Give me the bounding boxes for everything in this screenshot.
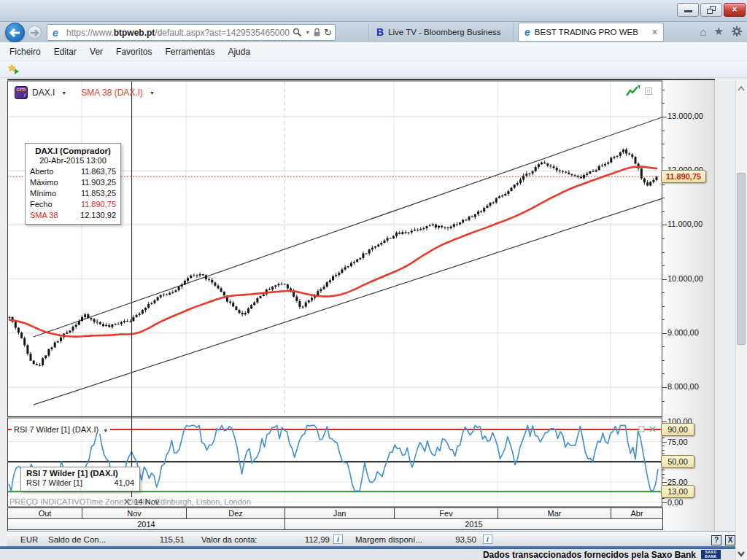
panel-close-button[interactable]: X <box>725 535 735 545</box>
crosshair-x-label: X: 14 Nov <box>124 497 159 506</box>
scroll-down-icon[interactable] <box>737 549 746 558</box>
x-axis-month-cell: Out <box>7 508 82 519</box>
scroll-up-icon[interactable] <box>737 85 746 93</box>
saxo-bank-logo: SAXOBANK <box>701 550 721 559</box>
price-axis-tick <box>662 211 665 212</box>
tab-close-icon[interactable]: × <box>652 27 657 37</box>
price-axis-tick <box>662 252 665 253</box>
tooltip-row: SMA 3812.130,92 <box>30 210 116 221</box>
price-axis-tick <box>662 360 665 361</box>
refresh-icon[interactable]: ↻ <box>324 27 332 38</box>
trend-zigzag-icon[interactable] <box>625 85 640 98</box>
home-icon[interactable]: ⌂ <box>700 26 706 38</box>
rsi-level-badge: 13,00 <box>661 485 694 498</box>
forward-button[interactable] <box>28 26 42 39</box>
rsi-tooltip: RSI 7 Wilder [1] (DAX.I) RSI 7 Wilder [1… <box>20 467 140 491</box>
minimize-icon <box>684 10 692 12</box>
back-arrow-icon <box>6 23 24 42</box>
rsi-caret-icon[interactable]: ▼ <box>103 428 108 433</box>
data-provider-credit: Dados transaccionados fornecidos pela Sa… <box>483 550 696 560</box>
account-value-label: Valor da conta: <box>201 535 258 544</box>
rsi-level-badge: 50,00 <box>661 455 694 468</box>
instrument-selector[interactable]: DAX.I <box>32 88 55 98</box>
back-button[interactable] <box>5 23 25 42</box>
search-icon[interactable] <box>293 28 302 37</box>
restore-icon <box>707 6 716 14</box>
price-chart-canvas[interactable] <box>7 80 662 417</box>
x-axis-year-cell: 2014 <box>7 518 285 530</box>
rsi-axis-tick <box>662 502 667 503</box>
indicator-caret-icon[interactable]: ▼ <box>150 90 155 96</box>
price-axis-tick <box>662 333 667 334</box>
menu-item-favoritos[interactable]: Favoritos <box>116 47 152 57</box>
indicator-label[interactable]: SMA 38 (DAX.I) <box>81 88 143 98</box>
x-axis-month-cell: Jan <box>285 508 395 519</box>
rsi-indicator-selector[interactable]: RSI 7 Wilder [1] (DAX.I) ▼ <box>12 425 110 434</box>
price-axis-tick <box>662 184 665 185</box>
menu-item-ver[interactable]: Ver <box>90 47 103 57</box>
tab-bloomberg[interactable]: B Live TV - Bloomberg Business <box>371 23 514 42</box>
ie-site-icon: e <box>53 27 58 39</box>
x-axis-month-cell: Abr <box>611 508 663 519</box>
window-restore-button[interactable] <box>700 3 722 17</box>
rsi-axis-tick <box>662 442 667 443</box>
rsi-axis-tick <box>662 474 665 475</box>
rsi-axis-label: 75,00 <box>667 438 688 446</box>
lock-icon <box>313 28 321 37</box>
instrument-caret-icon[interactable]: ▼ <box>61 90 66 96</box>
price-tooltip: DAX.I (Comprador) 20-Abr-2015 13:00 Aber… <box>25 143 121 225</box>
price-axis-tick <box>662 401 665 402</box>
help-button[interactable]: ? <box>711 535 721 545</box>
tooltip-row: Fecho11.890,75 <box>30 199 116 210</box>
balance-value: 115,51 <box>117 535 185 544</box>
price-axis-tick <box>662 144 665 144</box>
maximize-panel-icon[interactable] <box>645 88 652 95</box>
close-icon: × <box>732 4 737 15</box>
window-titlebar[interactable]: × <box>0 0 747 22</box>
rsi-axis-tick <box>662 482 667 483</box>
x-axis-month-cell: Mar <box>498 508 611 519</box>
info-icon[interactable]: i <box>333 534 343 544</box>
indicative-price-label: PREÇO INDICATIVO <box>9 497 85 506</box>
tab-best-trading-pro-web[interactable]: e BEST TRADING PRO WEB × <box>518 23 664 42</box>
search-dropdown-caret-icon[interactable]: ▼ <box>305 30 310 35</box>
price-axis-tick <box>662 131 665 131</box>
price-axis-label: 11.000,00 <box>667 219 703 228</box>
info-icon[interactable]: i <box>483 534 492 544</box>
price-axis-label: 8.000,00 <box>667 382 699 391</box>
window-minimize-button[interactable] <box>677 3 699 17</box>
rsi-axis-tick <box>662 421 667 422</box>
price-axis-tick <box>662 225 667 225</box>
price-axis-tick <box>662 319 665 320</box>
tooltip-row: Mínimo11.853,25 <box>30 188 116 199</box>
rsi-axis-label: 0,00 <box>667 498 683 507</box>
tooltip-row: Aberto11.863,75 <box>30 166 116 177</box>
price-axis-tick <box>662 346 665 347</box>
x-axis-month-cell: Nov <box>82 508 187 519</box>
address-bar[interactable]: e https://www.btpweb.pt/default.aspx?ast… <box>47 24 336 41</box>
price-axis-tick <box>662 117 667 117</box>
price-axis-tick <box>662 238 665 239</box>
menu-item-editar[interactable]: Editar <box>54 47 77 57</box>
price-axis-tick <box>662 306 665 307</box>
rsi-axis-tick <box>662 454 665 454</box>
price-axis-tick <box>662 373 665 374</box>
tab-label: Live TV - Bloomberg Business <box>388 28 500 36</box>
scrollbar-thumb[interactable] <box>737 173 746 345</box>
price-axis-tick <box>662 387 667 388</box>
menu-item-ferramentas[interactable]: Ferramentas <box>165 47 214 57</box>
menu-bar: FicheiroEditarVerFavoritosFerramentasAju… <box>0 42 747 61</box>
price-axis-label: 10.000,00 <box>667 274 703 283</box>
url-text[interactable]: https://www.btpweb.pt/default.aspx?ast=1… <box>66 28 307 38</box>
add-favorite-arrow-icon <box>15 69 19 74</box>
rsi-axis-tick <box>662 470 665 470</box>
menu-item-ajuda[interactable]: Ajuda <box>228 47 250 57</box>
window-close-button[interactable]: × <box>724 3 746 17</box>
price-axis-tick <box>662 279 667 280</box>
account-value: 112,99 <box>263 535 330 544</box>
favorites-bar <box>0 61 747 78</box>
ie-site-icon: e <box>525 26 530 38</box>
menu-item-ficheiro[interactable]: Ficheiro <box>9 47 41 57</box>
favorites-star-icon[interactable]: ★ <box>714 25 724 38</box>
settings-gear-icon[interactable] <box>731 26 743 37</box>
